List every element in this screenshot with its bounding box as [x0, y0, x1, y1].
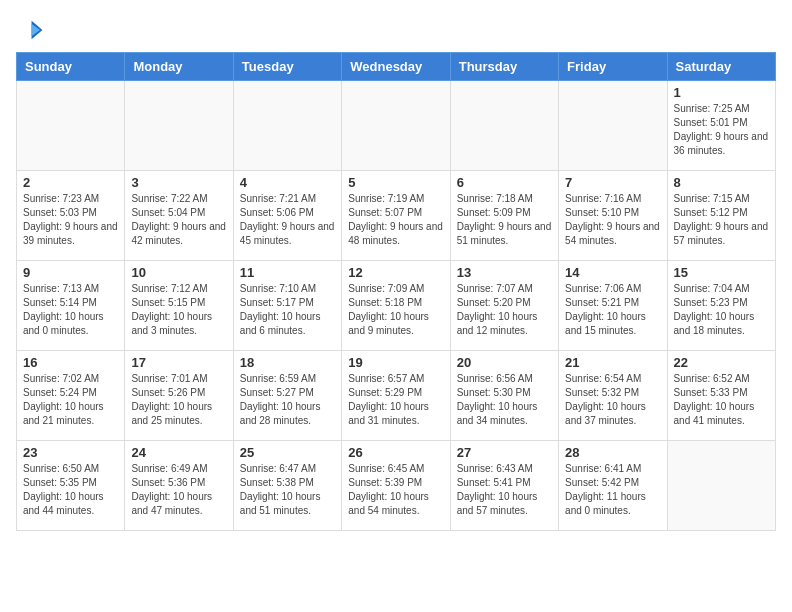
day-info: Sunrise: 6:56 AM Sunset: 5:30 PM Dayligh… — [457, 372, 552, 428]
day-number: 10 — [131, 265, 226, 280]
day-info: Sunrise: 6:45 AM Sunset: 5:39 PM Dayligh… — [348, 462, 443, 518]
day-number: 6 — [457, 175, 552, 190]
day-number: 3 — [131, 175, 226, 190]
day-cell — [559, 81, 667, 171]
day-number: 5 — [348, 175, 443, 190]
week-row-3: 9Sunrise: 7:13 AM Sunset: 5:14 PM Daylig… — [17, 261, 776, 351]
day-cell: 10Sunrise: 7:12 AM Sunset: 5:15 PM Dayli… — [125, 261, 233, 351]
day-number: 2 — [23, 175, 118, 190]
day-number: 27 — [457, 445, 552, 460]
day-number: 7 — [565, 175, 660, 190]
weekday-header-saturday: Saturday — [667, 53, 775, 81]
day-cell: 18Sunrise: 6:59 AM Sunset: 5:27 PM Dayli… — [233, 351, 341, 441]
day-info: Sunrise: 7:09 AM Sunset: 5:18 PM Dayligh… — [348, 282, 443, 338]
day-info: Sunrise: 7:13 AM Sunset: 5:14 PM Dayligh… — [23, 282, 118, 338]
day-cell: 12Sunrise: 7:09 AM Sunset: 5:18 PM Dayli… — [342, 261, 450, 351]
day-number: 20 — [457, 355, 552, 370]
day-number: 21 — [565, 355, 660, 370]
week-row-5: 23Sunrise: 6:50 AM Sunset: 5:35 PM Dayli… — [17, 441, 776, 531]
day-info: Sunrise: 7:12 AM Sunset: 5:15 PM Dayligh… — [131, 282, 226, 338]
day-info: Sunrise: 6:57 AM Sunset: 5:29 PM Dayligh… — [348, 372, 443, 428]
day-cell: 5Sunrise: 7:19 AM Sunset: 5:07 PM Daylig… — [342, 171, 450, 261]
day-info: Sunrise: 7:21 AM Sunset: 5:06 PM Dayligh… — [240, 192, 335, 248]
day-cell — [233, 81, 341, 171]
day-cell — [125, 81, 233, 171]
page-header — [16, 16, 776, 44]
day-info: Sunrise: 6:50 AM Sunset: 5:35 PM Dayligh… — [23, 462, 118, 518]
weekday-header-tuesday: Tuesday — [233, 53, 341, 81]
day-info: Sunrise: 6:47 AM Sunset: 5:38 PM Dayligh… — [240, 462, 335, 518]
day-number: 28 — [565, 445, 660, 460]
calendar-table: SundayMondayTuesdayWednesdayThursdayFrid… — [16, 52, 776, 531]
day-info: Sunrise: 6:52 AM Sunset: 5:33 PM Dayligh… — [674, 372, 769, 428]
day-cell: 24Sunrise: 6:49 AM Sunset: 5:36 PM Dayli… — [125, 441, 233, 531]
day-info: Sunrise: 6:41 AM Sunset: 5:42 PM Dayligh… — [565, 462, 660, 518]
weekday-header-friday: Friday — [559, 53, 667, 81]
day-cell: 14Sunrise: 7:06 AM Sunset: 5:21 PM Dayli… — [559, 261, 667, 351]
day-cell — [17, 81, 125, 171]
week-row-2: 2Sunrise: 7:23 AM Sunset: 5:03 PM Daylig… — [17, 171, 776, 261]
day-info: Sunrise: 7:19 AM Sunset: 5:07 PM Dayligh… — [348, 192, 443, 248]
day-cell: 28Sunrise: 6:41 AM Sunset: 5:42 PM Dayli… — [559, 441, 667, 531]
day-cell: 22Sunrise: 6:52 AM Sunset: 5:33 PM Dayli… — [667, 351, 775, 441]
day-number: 11 — [240, 265, 335, 280]
day-cell: 1Sunrise: 7:25 AM Sunset: 5:01 PM Daylig… — [667, 81, 775, 171]
weekday-header-sunday: Sunday — [17, 53, 125, 81]
day-number: 13 — [457, 265, 552, 280]
day-cell — [450, 81, 558, 171]
day-cell: 7Sunrise: 7:16 AM Sunset: 5:10 PM Daylig… — [559, 171, 667, 261]
day-info: Sunrise: 7:07 AM Sunset: 5:20 PM Dayligh… — [457, 282, 552, 338]
day-cell: 16Sunrise: 7:02 AM Sunset: 5:24 PM Dayli… — [17, 351, 125, 441]
week-row-1: 1Sunrise: 7:25 AM Sunset: 5:01 PM Daylig… — [17, 81, 776, 171]
week-row-4: 16Sunrise: 7:02 AM Sunset: 5:24 PM Dayli… — [17, 351, 776, 441]
day-cell: 11Sunrise: 7:10 AM Sunset: 5:17 PM Dayli… — [233, 261, 341, 351]
day-info: Sunrise: 7:23 AM Sunset: 5:03 PM Dayligh… — [23, 192, 118, 248]
weekday-header-thursday: Thursday — [450, 53, 558, 81]
day-info: Sunrise: 6:54 AM Sunset: 5:32 PM Dayligh… — [565, 372, 660, 428]
day-cell: 13Sunrise: 7:07 AM Sunset: 5:20 PM Dayli… — [450, 261, 558, 351]
day-number: 25 — [240, 445, 335, 460]
day-number: 22 — [674, 355, 769, 370]
day-cell: 8Sunrise: 7:15 AM Sunset: 5:12 PM Daylig… — [667, 171, 775, 261]
day-info: Sunrise: 7:06 AM Sunset: 5:21 PM Dayligh… — [565, 282, 660, 338]
day-info: Sunrise: 7:10 AM Sunset: 5:17 PM Dayligh… — [240, 282, 335, 338]
day-info: Sunrise: 7:04 AM Sunset: 5:23 PM Dayligh… — [674, 282, 769, 338]
day-cell — [667, 441, 775, 531]
day-number: 24 — [131, 445, 226, 460]
day-info: Sunrise: 6:49 AM Sunset: 5:36 PM Dayligh… — [131, 462, 226, 518]
day-cell: 6Sunrise: 7:18 AM Sunset: 5:09 PM Daylig… — [450, 171, 558, 261]
day-info: Sunrise: 7:01 AM Sunset: 5:26 PM Dayligh… — [131, 372, 226, 428]
day-info: Sunrise: 7:15 AM Sunset: 5:12 PM Dayligh… — [674, 192, 769, 248]
day-number: 15 — [674, 265, 769, 280]
day-cell: 15Sunrise: 7:04 AM Sunset: 5:23 PM Dayli… — [667, 261, 775, 351]
weekday-header-row: SundayMondayTuesdayWednesdayThursdayFrid… — [17, 53, 776, 81]
day-number: 1 — [674, 85, 769, 100]
day-cell: 23Sunrise: 6:50 AM Sunset: 5:35 PM Dayli… — [17, 441, 125, 531]
day-cell: 27Sunrise: 6:43 AM Sunset: 5:41 PM Dayli… — [450, 441, 558, 531]
day-cell: 25Sunrise: 6:47 AM Sunset: 5:38 PM Dayli… — [233, 441, 341, 531]
day-cell: 2Sunrise: 7:23 AM Sunset: 5:03 PM Daylig… — [17, 171, 125, 261]
day-cell — [342, 81, 450, 171]
day-number: 18 — [240, 355, 335, 370]
day-number: 26 — [348, 445, 443, 460]
day-info: Sunrise: 7:16 AM Sunset: 5:10 PM Dayligh… — [565, 192, 660, 248]
day-info: Sunrise: 7:25 AM Sunset: 5:01 PM Dayligh… — [674, 102, 769, 158]
day-cell: 19Sunrise: 6:57 AM Sunset: 5:29 PM Dayli… — [342, 351, 450, 441]
day-cell: 4Sunrise: 7:21 AM Sunset: 5:06 PM Daylig… — [233, 171, 341, 261]
day-cell: 17Sunrise: 7:01 AM Sunset: 5:26 PM Dayli… — [125, 351, 233, 441]
weekday-header-wednesday: Wednesday — [342, 53, 450, 81]
day-info: Sunrise: 6:59 AM Sunset: 5:27 PM Dayligh… — [240, 372, 335, 428]
day-number: 4 — [240, 175, 335, 190]
day-number: 9 — [23, 265, 118, 280]
day-cell: 26Sunrise: 6:45 AM Sunset: 5:39 PM Dayli… — [342, 441, 450, 531]
day-number: 8 — [674, 175, 769, 190]
day-number: 12 — [348, 265, 443, 280]
day-number: 19 — [348, 355, 443, 370]
day-number: 14 — [565, 265, 660, 280]
day-cell: 20Sunrise: 6:56 AM Sunset: 5:30 PM Dayli… — [450, 351, 558, 441]
day-cell: 9Sunrise: 7:13 AM Sunset: 5:14 PM Daylig… — [17, 261, 125, 351]
day-info: Sunrise: 7:02 AM Sunset: 5:24 PM Dayligh… — [23, 372, 118, 428]
weekday-header-monday: Monday — [125, 53, 233, 81]
day-cell: 3Sunrise: 7:22 AM Sunset: 5:04 PM Daylig… — [125, 171, 233, 261]
logo-icon — [16, 16, 44, 44]
